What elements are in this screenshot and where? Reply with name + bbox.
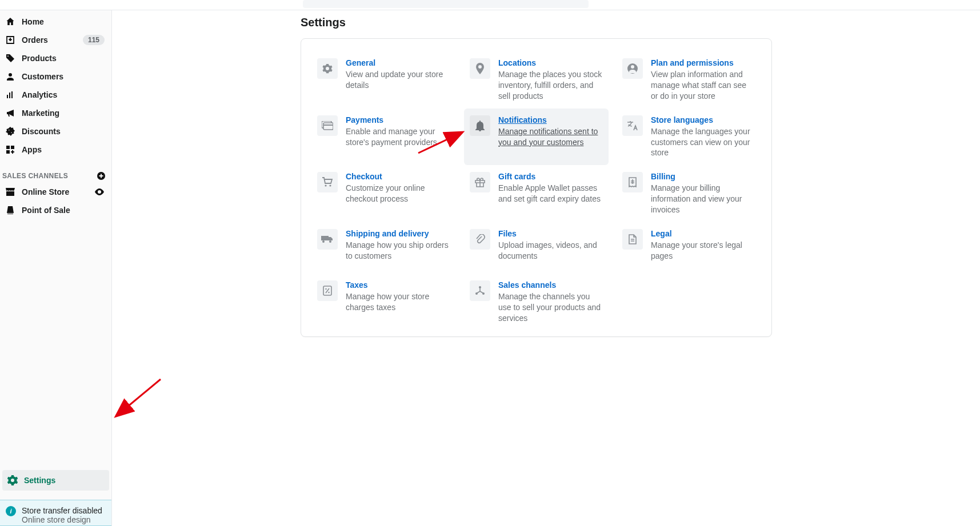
tile-shipping[interactable]: Shipping and delivery Manage how you shi… — [311, 222, 456, 274]
settings-card: General View and update your store detai… — [301, 38, 772, 337]
nav-customers-label: Customers — [22, 72, 63, 81]
sidebar-settings-label: Settings — [24, 476, 55, 485]
nav-list: Home Orders 115 Products Customers — [0, 13, 111, 161]
add-channel-icon[interactable] — [97, 171, 106, 180]
nav-analytics[interactable]: Analytics — [0, 86, 111, 104]
nav-home[interactable]: Home — [0, 13, 111, 31]
page-title: Settings — [301, 16, 980, 29]
tile-checkout[interactable]: Checkout Customize your online checkout … — [311, 165, 456, 222]
tile-desc: Manage the languages your customers can … — [651, 126, 755, 159]
tile-desc: Upload images, videos, and documents — [498, 240, 603, 262]
tile-taxes[interactable]: Taxes Manage how your store charges taxe… — [311, 274, 456, 331]
nav-customers[interactable]: Customers — [0, 67, 111, 86]
tile-title: Locations — [498, 58, 603, 67]
megaphone-icon — [5, 107, 16, 119]
gear-icon — [7, 475, 18, 486]
tile-title: Sales channels — [498, 280, 603, 290]
nav-home-label: Home — [22, 17, 44, 26]
main-content: Settings General View and update your st… — [112, 0, 980, 526]
tile-title: Files — [498, 229, 603, 238]
tile-desc: Enable Apple Wallet passes and set gift … — [498, 183, 603, 204]
user-circle-icon — [622, 58, 643, 79]
tile-title: Shipping and delivery — [346, 229, 450, 238]
tile-desc: Manage notifications sent to you and you… — [498, 126, 603, 148]
sidebar-settings[interactable]: Settings — [2, 470, 109, 491]
bell-icon — [470, 115, 490, 136]
tile-title: Legal — [651, 229, 755, 238]
transfer-banner: i Store transfer disabled Online store d… — [0, 500, 111, 526]
tile-notifications[interactable]: Notifications Manage notifications sent … — [464, 109, 609, 166]
sales-channels-header: SALES CHANNELS — [0, 161, 111, 183]
percent-icon — [317, 280, 338, 301]
translate-icon — [622, 115, 643, 136]
tile-title: Billing — [651, 172, 755, 181]
tile-desc: Manage your store's legal pages — [651, 240, 755, 262]
svg-point-6 — [329, 185, 331, 187]
tile-title: Payments — [346, 115, 450, 125]
eye-icon[interactable] — [94, 188, 105, 195]
banner-line-2: Online store design — [22, 515, 102, 524]
tile-legal[interactable]: Legal Manage your store's legal pages — [617, 222, 761, 274]
tile-desc: Manage the channels you use to sell your… — [498, 291, 603, 324]
nav-analytics-label: Analytics — [22, 90, 57, 99]
gear-icon — [317, 58, 338, 79]
tile-saleschannels[interactable]: Sales channels Manage the channels you u… — [464, 274, 609, 331]
tile-billing[interactable]: Billing Manage your billing information … — [617, 165, 761, 222]
tile-plan[interactable]: Plan and permissions View plan informati… — [617, 51, 761, 109]
tile-languages[interactable]: Store languages Manage the languages you… — [617, 109, 761, 166]
info-icon: i — [6, 506, 16, 516]
orders-icon — [5, 34, 16, 46]
tile-locations[interactable]: Locations Manage the places you stock in… — [464, 51, 609, 109]
orders-badge: 115 — [83, 35, 105, 45]
tile-desc: View and update your store details — [346, 69, 450, 91]
nav-orders-label: Orders — [22, 35, 48, 45]
nav-marketing[interactable]: Marketing — [0, 104, 111, 122]
sidebar: Home Orders 115 Products Customers — [0, 0, 112, 526]
nav-discounts-label: Discounts — [22, 127, 61, 136]
tile-title: Gift cards — [498, 172, 603, 181]
tile-title: Checkout — [346, 172, 450, 181]
tile-desc: Customize your online checkout process — [346, 183, 450, 204]
clip-icon — [470, 229, 490, 250]
channel-online-store-label: Online Store — [22, 187, 69, 196]
tile-files[interactable]: Files Upload images, videos, and documen… — [464, 222, 609, 274]
tag-icon — [5, 53, 16, 64]
tile-desc: View plan information and manage what st… — [651, 69, 755, 102]
svg-rect-3 — [323, 123, 333, 130]
tile-desc: Manage how you ship orders to customers — [346, 240, 450, 262]
tile-payments[interactable]: Payments Enable and manage your store's … — [311, 109, 456, 166]
pin-icon — [470, 58, 490, 79]
banner-line-1: Store transfer disabled — [22, 506, 102, 515]
cart-icon — [317, 172, 338, 192]
tile-giftcards[interactable]: Gift cards Enable Apple Wallet passes an… — [464, 165, 609, 222]
sales-channels-title: SALES CHANNELS — [2, 172, 68, 180]
nav-products-label: Products — [22, 54, 57, 63]
discount-icon — [5, 126, 16, 137]
share-icon — [470, 280, 490, 301]
nav-apps-label: Apps — [22, 145, 42, 154]
tile-title: Taxes — [346, 280, 450, 290]
tile-title: General — [346, 58, 450, 67]
top-bar — [0, 0, 980, 10]
bar-chart-icon — [5, 89, 16, 101]
tile-desc: Enable and manage your store's payment p… — [346, 126, 450, 148]
settings-grid: General View and update your store detai… — [311, 51, 761, 331]
svg-point-5 — [325, 185, 326, 187]
channel-online-store[interactable]: Online Store — [0, 183, 111, 201]
channel-pos[interactable]: Point of Sale — [0, 201, 111, 219]
svg-point-10 — [479, 286, 481, 288]
nav-apps[interactable]: Apps — [0, 140, 111, 159]
gift-icon — [470, 172, 490, 192]
nav-discounts[interactable]: Discounts — [0, 122, 111, 140]
svg-point-8 — [325, 288, 326, 290]
store-icon — [5, 186, 16, 198]
tile-general[interactable]: General View and update your store detai… — [311, 51, 456, 109]
tile-title: Plan and permissions — [651, 58, 755, 67]
nav-products[interactable]: Products — [0, 49, 111, 67]
nav-orders[interactable]: Orders 115 — [0, 31, 111, 49]
tile-desc: Manage the places you stock inventory, f… — [498, 69, 603, 102]
channel-pos-label: Point of Sale — [22, 206, 70, 215]
tile-desc: Manage how your store charges taxes — [346, 291, 450, 313]
person-icon — [5, 71, 16, 82]
card-icon — [317, 115, 338, 136]
